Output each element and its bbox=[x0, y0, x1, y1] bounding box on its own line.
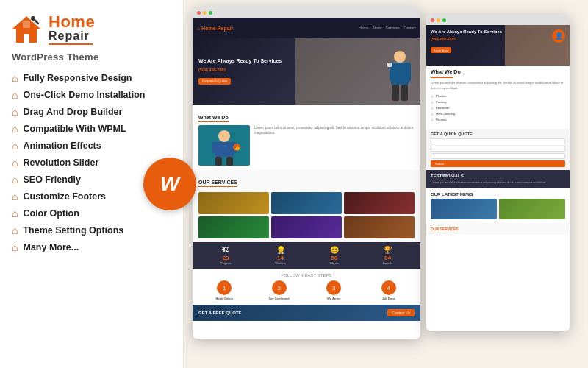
sec-wwd-item-1: Painting bbox=[431, 99, 565, 105]
feature-color[interactable]: ⌂ Color Option bbox=[10, 205, 173, 222]
feature-label-8: Color Option bbox=[23, 208, 79, 219]
sec-wwd-item-4: Flooring bbox=[431, 117, 565, 123]
sec-wwd-item-0: Plumber bbox=[431, 93, 565, 99]
svg-point-3 bbox=[31, 16, 35, 21]
feature-theme-settings[interactable]: ⌂ Theme Setting Options bbox=[10, 222, 173, 238]
step-icon-3: 3 bbox=[326, 280, 341, 295]
hero-text-block: We Are Always Ready To Services (504) 45… bbox=[198, 57, 318, 85]
house-feat-icon-7: ⌂ bbox=[12, 191, 18, 202]
stat-num-awards: 04 bbox=[383, 255, 392, 261]
hero-btn[interactable]: Request A Quote bbox=[198, 78, 231, 85]
wwd-content: 👍 Lorem ipsum dolor sit amet, consectetu… bbox=[198, 125, 415, 166]
sec-wwd-list: Plumber Painting Electrician More Cleani… bbox=[431, 93, 565, 123]
logo-area: Home Repair bbox=[10, 13, 173, 46]
sec-form-title: GET A QUICK QUOTE bbox=[431, 132, 565, 136]
sec-hero-content: We Are Always Ready To Services (504) 45… bbox=[431, 29, 565, 54]
sec-latest-section: OUR LATEST NEWS bbox=[426, 188, 570, 223]
services-title: OUR SERVICES bbox=[198, 180, 237, 187]
feature-label-7: Customize Footers bbox=[23, 191, 106, 202]
feature-one-click[interactable]: ⌂ One-Click Demo Installation bbox=[10, 87, 173, 103]
sec-dot-red bbox=[431, 18, 434, 22]
sec-hero: We Are Always Ready To Services (504) 45… bbox=[426, 25, 570, 66]
svg-marker-0 bbox=[12, 16, 41, 43]
feature-animation[interactable]: ⌂ Animation Effects bbox=[10, 138, 173, 154]
site-header: ⌂ Home Repair Home About Services Contac… bbox=[193, 18, 420, 38]
logo-repair-text: Repair bbox=[49, 30, 95, 42]
house-feat-icon-0: ⌂ bbox=[12, 72, 18, 84]
stat-num-workers: 14 bbox=[275, 255, 286, 261]
sec-dot-yellow bbox=[437, 18, 440, 22]
svg-point-4 bbox=[394, 51, 406, 63]
feature-drag-drop[interactable]: ⌂ Drag And Drop Builder bbox=[10, 104, 173, 120]
feature-label-4: Animation Effects bbox=[23, 141, 101, 151]
stat-icon-workers: 👷 bbox=[275, 246, 286, 254]
sec-latest-thumb-1 bbox=[431, 199, 497, 219]
feature-wpml[interactable]: ⌂ Compatible With WPML bbox=[10, 121, 173, 137]
steps-grid: 1 Book Online 2 Get Confirmed 3 We Arriv… bbox=[198, 280, 415, 300]
sec-latest-grid bbox=[431, 199, 565, 219]
hero-section: We Are Always Ready To Services (504) 45… bbox=[193, 38, 420, 105]
feature-fully-responsive[interactable]: ⌂ Fully Responsive Design bbox=[10, 70, 173, 86]
stat-label-workers: Workers bbox=[275, 261, 286, 265]
quote-section: GET A FREE QUOTE Contact Us bbox=[193, 305, 420, 321]
site-header-logo: ⌂ Home Repair bbox=[197, 26, 233, 31]
step-3: 3 We Arrive bbox=[308, 280, 360, 300]
house-feat-icon-10: ⌂ bbox=[12, 241, 18, 253]
wp-theme-label: WordPress Theme bbox=[12, 52, 173, 63]
stat-icon-clients: 😊 bbox=[330, 246, 339, 254]
wwd-text: Lorem ipsum dolor sit amet, consectetur … bbox=[254, 125, 415, 166]
sec-hero-title: We Are Always Ready To Services bbox=[431, 29, 505, 35]
feature-many-more[interactable]: ⌂ Many More... bbox=[10, 239, 173, 255]
sec-hero-btn[interactable]: Know More bbox=[431, 47, 451, 53]
what-we-do-section: What We Do bbox=[193, 105, 420, 170]
service-thumb-1 bbox=[198, 192, 269, 214]
sec-latest-title: OUR LATEST NEWS bbox=[431, 192, 565, 197]
sec-services-bottom: OUR SERVICES bbox=[426, 223, 570, 235]
sec-wwd-section: What We Do Lorem ipsum dolor sit amet, c… bbox=[426, 66, 570, 127]
browser-dot-yellow bbox=[203, 11, 207, 15]
house-feat-icon-9: ⌂ bbox=[12, 224, 18, 236]
step-label-1: Book Online bbox=[198, 297, 251, 300]
svg-rect-9 bbox=[401, 85, 408, 101]
svg-point-12 bbox=[218, 130, 230, 142]
wp-badge-text: W bbox=[160, 172, 179, 196]
browser-bar-secondary bbox=[426, 15, 570, 25]
step-label-2: Get Confirmed bbox=[254, 297, 306, 300]
stat-clients: 😊 56 Clients bbox=[330, 246, 339, 265]
easy-steps-section: FOLLOW 4 EASY STEPS 1 Book Online 2 Get … bbox=[193, 269, 420, 305]
sec-wwd-underline bbox=[431, 77, 453, 78]
quote-button[interactable]: Contact Us bbox=[387, 309, 415, 316]
feature-label-3: Compatible With WPML bbox=[23, 124, 126, 134]
sec-input-3[interactable] bbox=[431, 153, 565, 159]
feature-label-1: One-Click Demo Installation bbox=[23, 90, 145, 100]
sec-testimonials-title: TESTIMONIALS bbox=[431, 174, 565, 178]
sec-testimonials-text: Lorem ipsum dolor sit amet consectetur a… bbox=[431, 180, 565, 185]
stat-icon-awards: 🏆 bbox=[383, 246, 392, 254]
sec-wwd-text: Lorem ipsum dolor sit amet, consectetur … bbox=[431, 81, 565, 91]
wwd-image: 👍 bbox=[198, 125, 250, 166]
stat-workers: 👷 14 Workers bbox=[275, 246, 286, 265]
stat-label-clients: Clients bbox=[330, 261, 339, 265]
hero-worker-svg bbox=[384, 49, 417, 105]
sec-services-label: OUR SERVICES bbox=[431, 227, 565, 231]
quote-text: GET A FREE QUOTE bbox=[198, 311, 242, 315]
sec-hero-phone: (504) 456-7891 bbox=[431, 37, 565, 41]
logo-home-text: Home bbox=[49, 14, 95, 30]
house-feat-icon-6: ⌂ bbox=[12, 174, 18, 185]
sec-latest-thumb-2 bbox=[499, 199, 565, 219]
sec-submit-btn[interactable]: Submit bbox=[431, 160, 565, 167]
house-feat-icon-5: ⌂ bbox=[12, 157, 18, 169]
step-icon-2: 2 bbox=[272, 280, 287, 295]
sec-input-2[interactable] bbox=[431, 146, 565, 152]
house-icon bbox=[10, 13, 43, 46]
browser-dot-red bbox=[197, 11, 201, 15]
stat-label-projects: Projects bbox=[220, 261, 231, 265]
service-thumb-5 bbox=[271, 216, 342, 238]
sec-input-1[interactable] bbox=[431, 138, 565, 144]
secondary-screenshot: We Are Always Ready To Services (504) 45… bbox=[426, 15, 570, 331]
feature-label-2: Drag And Drop Builder bbox=[23, 107, 122, 117]
service-thumb-3 bbox=[344, 192, 415, 214]
main-screenshot: ⌂ Home Repair Home About Services Contac… bbox=[193, 7, 420, 339]
feature-label-0: Fully Responsive Design bbox=[23, 73, 132, 83]
site-nav: Home About Services Contact bbox=[359, 26, 416, 30]
